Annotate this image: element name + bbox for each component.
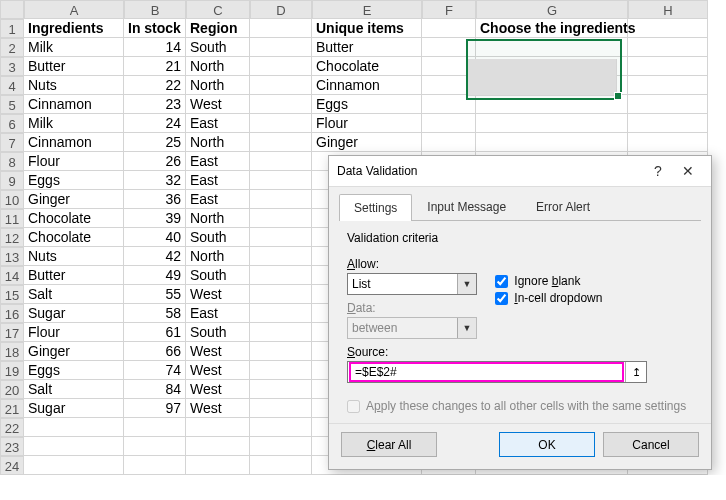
- cell-G7[interactable]: [476, 133, 628, 152]
- cell-G4[interactable]: [476, 76, 628, 95]
- cell-A22[interactable]: [24, 418, 124, 437]
- ok-button[interactable]: OK: [499, 432, 595, 457]
- cell-F5[interactable]: [422, 95, 476, 114]
- cell-C7[interactable]: North: [186, 133, 250, 152]
- cell-D18[interactable]: [250, 342, 312, 361]
- source-input[interactable]: [349, 362, 624, 382]
- cell-C20[interactable]: West: [186, 380, 250, 399]
- cell-C22[interactable]: [186, 418, 250, 437]
- row-header-19[interactable]: 19: [0, 361, 24, 380]
- cell-B11[interactable]: 39: [124, 209, 186, 228]
- row-header-2[interactable]: 2: [0, 38, 24, 57]
- cell-D15[interactable]: [250, 285, 312, 304]
- cell-D6[interactable]: [250, 114, 312, 133]
- cell-D3[interactable]: [250, 57, 312, 76]
- cell-C5[interactable]: West: [186, 95, 250, 114]
- cell-C24[interactable]: [186, 456, 250, 475]
- cell-A11[interactable]: Chocolate: [24, 209, 124, 228]
- row-header-11[interactable]: 11: [0, 209, 24, 228]
- row-header-16[interactable]: 16: [0, 304, 24, 323]
- cell-B22[interactable]: [124, 418, 186, 437]
- cell-B7[interactable]: 25: [124, 133, 186, 152]
- row-header-21[interactable]: 21: [0, 399, 24, 418]
- row-header-6[interactable]: 6: [0, 114, 24, 133]
- cell-H6[interactable]: [628, 114, 708, 133]
- cell-B3[interactable]: 21: [124, 57, 186, 76]
- row-header-20[interactable]: 20: [0, 380, 24, 399]
- cell-B24[interactable]: [124, 456, 186, 475]
- row-header-3[interactable]: 3: [0, 57, 24, 76]
- cell-B20[interactable]: 84: [124, 380, 186, 399]
- cell-D14[interactable]: [250, 266, 312, 285]
- clear-all-button[interactable]: Clear All: [341, 432, 437, 457]
- cell-E2[interactable]: Butter: [312, 38, 422, 57]
- row-header-17[interactable]: 17: [0, 323, 24, 342]
- row-header-9[interactable]: 9: [0, 171, 24, 190]
- cell-D12[interactable]: [250, 228, 312, 247]
- cell-C4[interactable]: North: [186, 76, 250, 95]
- cell-A12[interactable]: Chocolate: [24, 228, 124, 247]
- cell-C12[interactable]: South: [186, 228, 250, 247]
- cell-A21[interactable]: Sugar: [24, 399, 124, 418]
- cell-D20[interactable]: [250, 380, 312, 399]
- cell-D4[interactable]: [250, 76, 312, 95]
- cell-E3[interactable]: Chocolate: [312, 57, 422, 76]
- cell-G2[interactable]: [476, 38, 628, 57]
- cell-A20[interactable]: Salt: [24, 380, 124, 399]
- cell-B19[interactable]: 74: [124, 361, 186, 380]
- cell-B12[interactable]: 40: [124, 228, 186, 247]
- cell-D17[interactable]: [250, 323, 312, 342]
- incell-dropdown-check[interactable]: In-cell dropdown: [495, 291, 602, 305]
- cell-D22[interactable]: [250, 418, 312, 437]
- col-header-D[interactable]: D: [250, 0, 312, 19]
- cell-C2[interactable]: South: [186, 38, 250, 57]
- cell-D24[interactable]: [250, 456, 312, 475]
- cell-E7[interactable]: Ginger: [312, 133, 422, 152]
- cell-H7[interactable]: [628, 133, 708, 152]
- cell-H3[interactable]: [628, 57, 708, 76]
- cell-B6[interactable]: 24: [124, 114, 186, 133]
- cell-E1[interactable]: Unique items: [312, 19, 422, 38]
- row-header-10[interactable]: 10: [0, 190, 24, 209]
- tab-error-alert[interactable]: Error Alert: [521, 193, 605, 220]
- cell-G6[interactable]: [476, 114, 628, 133]
- source-field[interactable]: ↥: [347, 361, 647, 383]
- cell-E4[interactable]: Cinnamon: [312, 76, 422, 95]
- cell-B1[interactable]: In stock: [124, 19, 186, 38]
- col-header-C[interactable]: C: [186, 0, 250, 19]
- cell-C23[interactable]: [186, 437, 250, 456]
- row-header-15[interactable]: 15: [0, 285, 24, 304]
- row-header-23[interactable]: 23: [0, 437, 24, 456]
- cell-D7[interactable]: [250, 133, 312, 152]
- cell-A6[interactable]: Milk: [24, 114, 124, 133]
- cell-G3[interactable]: [476, 57, 628, 76]
- cell-C21[interactable]: West: [186, 399, 250, 418]
- cell-B21[interactable]: 97: [124, 399, 186, 418]
- cell-A24[interactable]: [24, 456, 124, 475]
- cell-A9[interactable]: Eggs: [24, 171, 124, 190]
- cell-E5[interactable]: Eggs: [312, 95, 422, 114]
- cell-C15[interactable]: West: [186, 285, 250, 304]
- cell-D23[interactable]: [250, 437, 312, 456]
- fill-handle[interactable]: [614, 92, 622, 100]
- cell-B23[interactable]: [124, 437, 186, 456]
- allow-combo[interactable]: List ▼: [347, 273, 477, 295]
- tab-settings[interactable]: Settings: [339, 194, 412, 221]
- cell-C18[interactable]: West: [186, 342, 250, 361]
- cell-A10[interactable]: Ginger: [24, 190, 124, 209]
- cell-H2[interactable]: [628, 38, 708, 57]
- cell-C17[interactable]: South: [186, 323, 250, 342]
- cancel-button[interactable]: Cancel: [603, 432, 699, 457]
- row-header-8[interactable]: 8: [0, 152, 24, 171]
- cell-F1[interactable]: [422, 19, 476, 38]
- row-header-13[interactable]: 13: [0, 247, 24, 266]
- cell-A14[interactable]: Butter: [24, 266, 124, 285]
- cell-B14[interactable]: 49: [124, 266, 186, 285]
- cell-A1[interactable]: Ingredients: [24, 19, 124, 38]
- cell-C8[interactable]: East: [186, 152, 250, 171]
- cell-D16[interactable]: [250, 304, 312, 323]
- cell-D1[interactable]: [250, 19, 312, 38]
- cell-A4[interactable]: Nuts: [24, 76, 124, 95]
- ignore-blank-checkbox[interactable]: [495, 275, 508, 288]
- cell-F6[interactable]: [422, 114, 476, 133]
